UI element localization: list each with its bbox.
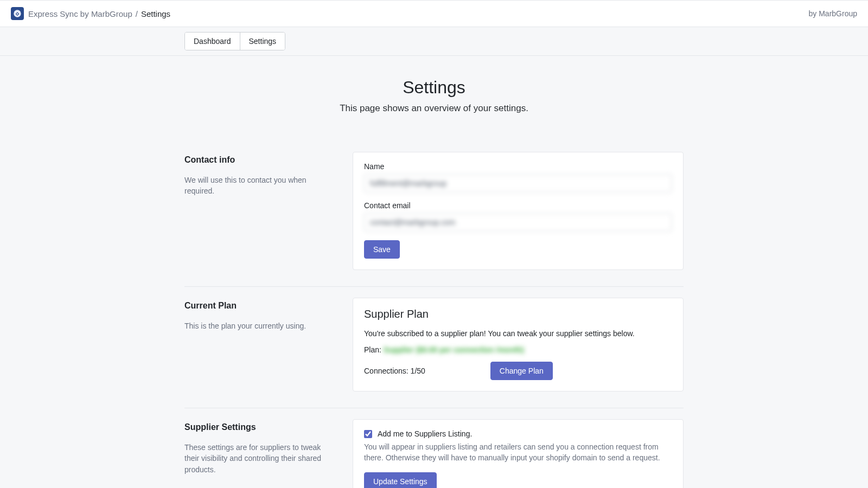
app-icon [11,7,24,20]
email-input[interactable] [364,213,672,232]
supplier-listing-checkbox[interactable] [364,430,372,438]
nav-dashboard-button[interactable]: Dashboard [185,33,240,50]
top-bar: Express Sync by MarbGroup / Settings by … [0,0,868,27]
plan-card: Supplier Plan You're subscribed to a sup… [353,298,684,391]
update-settings-button[interactable]: Update Settings [364,472,437,488]
section-contact: Contact info We will use this to contact… [184,141,684,286]
supplier-help: You will appear in suppliers listing and… [364,441,672,464]
section-contact-side: Contact info We will use this to contact… [184,152,336,270]
name-group: Name [364,162,672,192]
vendor-label: by MarbGroup [809,9,857,18]
breadcrumb-separator: / [136,9,138,18]
nav-settings-button[interactable]: Settings [240,33,285,50]
supplier-card: Add me to Suppliers Listing. You will ap… [353,419,684,488]
plan-title: Supplier Plan [364,308,672,320]
page-title: Settings [184,78,684,98]
contact-desc: We will use this to contact you when req… [184,175,336,197]
connections-text: Connections: 1/50 [364,367,425,375]
page-subtitle: This page shows an overview of your sett… [184,103,684,114]
supplier-heading: Supplier Settings [184,422,336,432]
section-supplier-side: Supplier Settings These settings are for… [184,419,336,488]
supplier-listing-row: Add me to Suppliers Listing. [364,429,672,438]
connections-value: 1/50 [411,367,425,375]
breadcrumb: Express Sync by MarbGroup / Settings [28,9,170,18]
section-plan-side: Current Plan This is the plan your curre… [184,298,336,391]
plan-prefix: Plan: [364,345,384,354]
connections-prefix: Connections: [364,367,411,375]
supplier-listing-label: Add me to Suppliers Listing. [378,429,472,438]
plan-line: Plan: Supplier ($0.00 per connection /mo… [364,345,672,354]
contact-card: Name Contact email Save [353,152,684,270]
supplier-desc: These settings are for suppliers to twea… [184,442,336,475]
breadcrumb-area: Express Sync by MarbGroup / Settings [11,7,170,20]
save-button[interactable]: Save [364,240,400,259]
email-group: Contact email [364,201,672,232]
plan-side-heading: Current Plan [184,301,336,311]
section-supplier: Supplier Settings These settings are for… [184,408,684,488]
page-header: Settings This page shows an overview of … [184,78,684,114]
breadcrumb-current: Settings [141,9,170,18]
plan-bottom-row: Connections: 1/50 Change Plan [364,362,672,380]
page: Settings This page shows an overview of … [179,56,689,488]
svg-point-1 [17,13,18,15]
change-plan-button[interactable]: Change Plan [490,362,553,380]
plan-value: Supplier ($0.00 per connection /month) [384,345,524,354]
contact-heading: Contact info [184,155,336,165]
breadcrumb-root[interactable]: Express Sync by MarbGroup [28,9,132,18]
plan-desc: You're subscribed to a supplier plan! Yo… [364,329,672,338]
name-label: Name [364,162,672,171]
email-label: Contact email [364,201,672,210]
nav-bar: Dashboard Settings [0,27,868,56]
name-input[interactable] [364,174,672,192]
plan-side-desc: This is the plan your currently using. [184,320,336,331]
nav-button-group: Dashboard Settings [184,32,285,50]
section-plan: Current Plan This is the plan your curre… [184,287,684,408]
